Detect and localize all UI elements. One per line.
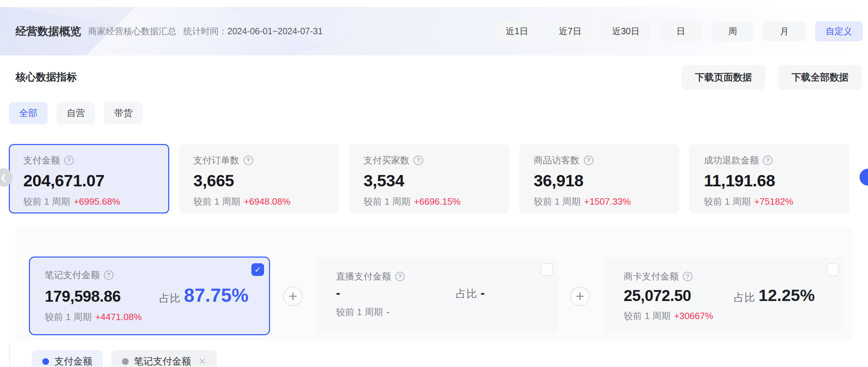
period-button-1d[interactable]: 近1日: [495, 21, 539, 41]
download-all-data-button[interactable]: 下载全部数据: [778, 65, 862, 90]
period-button-month[interactable]: 月: [763, 21, 806, 41]
chart-panel-edge: [9, 342, 10, 367]
period-button-day[interactable]: 日: [660, 21, 702, 41]
plus-icon: +: [289, 289, 298, 304]
legend-item-note-payment-amount[interactable]: 笔记支付金额 ✕: [111, 350, 217, 367]
legend-label: 笔记支付金额: [134, 355, 191, 367]
legend-label: 支付金额: [54, 355, 92, 367]
sub-card-label: 笔记支付金额: [45, 269, 100, 281]
page-title: 经营数据概览: [16, 24, 81, 39]
delta-label: 较前 1 周期: [624, 311, 671, 321]
download-page-data-button[interactable]: 下载页面数据: [681, 65, 765, 90]
sub-card-value-row: - 占比-: [336, 285, 548, 301]
help-icon[interactable]: ?: [414, 156, 423, 165]
metric-card-value: 204,671.07: [23, 171, 168, 190]
delta-label: 较前 1 周期: [45, 312, 92, 322]
metric-card-row: 支付金额 ? 204,671.07 较前 1 周期+6995.68% 支付订单数…: [9, 144, 850, 213]
metric-card-order-count[interactable]: 支付订单数 ? 3,665 较前 1 周期+6948.08%: [179, 144, 340, 213]
metric-card-payment-amount[interactable]: 支付金额 ? 204,671.07 较前 1 周期+6995.68%: [9, 144, 169, 213]
metric-card-label: 支付买家数: [363, 154, 409, 167]
plus-icon: +: [576, 289, 585, 304]
metric-card-refund-amount[interactable]: 成功退款金额 ? 11,191.68 较前 1 周期+75182%: [689, 144, 850, 213]
delta-label: 较前 1 周期: [336, 307, 383, 317]
chevron-left-icon: ❮: [0, 173, 7, 182]
metric-card-delta-row: 较前 1 周期+75182%: [704, 195, 849, 208]
header-title-group: 经营数据概览 商家经营核心数据汇总 统计时间：2024-06-01~2024-0…: [16, 24, 323, 39]
scope-tabs: 全部 自营 带货: [9, 102, 143, 124]
sub-card-label: 直播支付金额: [336, 270, 391, 283]
metric-card-label: 支付金额: [23, 154, 60, 167]
tab-all[interactable]: 全部: [9, 102, 48, 124]
metric-card-label-row: 成功退款金额 ?: [704, 154, 849, 167]
period-button-custom[interactable]: 自定义: [815, 21, 863, 41]
metric-card-value: 3,665: [194, 171, 338, 190]
delta-value: +6995.68%: [74, 196, 120, 207]
metric-card-product-visitors[interactable]: 商品访客数 ? 36,918 较前 1 周期+1507.33%: [519, 144, 680, 213]
delta-value: +1507.33%: [584, 196, 631, 207]
carousel-next-button[interactable]: [860, 169, 868, 186]
metric-card-buyer-count[interactable]: 支付买家数 ? 3,534 较前 1 周期+6696.15%: [349, 144, 509, 213]
help-icon[interactable]: ?: [683, 272, 692, 281]
share-group: 占比-: [456, 285, 485, 301]
sub-card-note-payment[interactable]: ✓ 笔记支付金额 ? 179,598.86 占比87.75% 较前 1 周期+4…: [29, 257, 270, 335]
sub-card-value-row: 179,598.86 占比87.75%: [45, 284, 259, 306]
delta-value: +6696.15%: [414, 196, 460, 207]
sub-card-live-payment[interactable]: 直播支付金额 ? - 占比- 较前 1 周期-: [316, 258, 558, 333]
sub-card-label-row: 笔记支付金额 ?: [45, 269, 259, 281]
checkbox-unchecked[interactable]: [826, 263, 839, 276]
metric-card-label: 成功退款金额: [704, 154, 759, 167]
tab-affiliate[interactable]: 带货: [104, 102, 143, 124]
metric-card-delta-row: 较前 1 周期+6948.08%: [194, 195, 338, 208]
sub-card-value-row: 25,072.50 占比12.25%: [624, 285, 834, 305]
share-label: 占比: [734, 290, 755, 305]
legend-item-payment-amount[interactable]: 支付金额: [32, 350, 103, 367]
metric-card-delta-row: 较前 1 周期+1507.33%: [534, 195, 679, 208]
metric-card-label-row: 支付金额 ?: [23, 154, 168, 167]
sub-card-product-card-payment[interactable]: 商卡支付金额 ? 25,072.50 占比12.25% 较前 1 周期+3066…: [603, 258, 844, 333]
delta-label: 较前 1 周期: [363, 196, 410, 207]
stat-time-value: 2024-06-01~2024-07-31: [227, 26, 323, 36]
merchant-data-overview-screen: 经营数据概览 商家经营核心数据汇总 统计时间：2024-06-01~2024-0…: [0, 0, 868, 367]
close-icon[interactable]: ✕: [198, 356, 206, 367]
section-title: 核心数据指标: [16, 70, 77, 84]
share-group: 占比87.75%: [159, 284, 249, 306]
download-button-group: 下载页面数据 下载全部数据: [669, 65, 862, 90]
help-icon[interactable]: ?: [244, 156, 253, 165]
chart-legend: 支付金额 笔记支付金额 ✕: [32, 350, 217, 367]
share-group: 占比12.25%: [734, 285, 815, 305]
metric-card-label-row: 支付订单数 ?: [194, 154, 338, 167]
add-metric-button[interactable]: +: [283, 287, 303, 306]
delta-label: 较前 1 周期: [704, 196, 751, 207]
help-icon[interactable]: ?: [64, 156, 74, 165]
metric-card-value: 36,918: [534, 171, 679, 190]
checkbox-checked[interactable]: ✓: [251, 263, 264, 276]
stat-time-label: 统计时间：: [183, 26, 227, 36]
metric-card-label: 商品访客数: [534, 154, 580, 167]
sub-card-delta-row: 较前 1 周期+4471.08%: [45, 311, 259, 323]
legend-dot-blue: [42, 358, 49, 365]
share-label: 占比: [456, 287, 477, 301]
share-value: -: [481, 285, 485, 300]
delta-value: +6948.08%: [244, 196, 291, 207]
metric-card-value: 11,191.68: [704, 171, 849, 190]
sub-card-label: 商卡支付金额: [624, 270, 679, 283]
sub-card-label-row: 直播支付金额 ?: [336, 270, 548, 283]
help-icon[interactable]: ?: [763, 156, 772, 165]
delta-value: +4471.08%: [95, 312, 142, 322]
help-icon[interactable]: ?: [584, 156, 593, 165]
delta-label: 较前 1 周期: [23, 196, 70, 207]
delta-value: +30667%: [674, 311, 713, 321]
legend-dot-gray: [122, 358, 129, 365]
help-icon[interactable]: ?: [395, 272, 405, 281]
header-band: 经营数据概览 商家经营核心数据汇总 统计时间：2024-06-01~2024-0…: [0, 7, 868, 55]
sub-card-label-row: 商卡支付金额 ?: [624, 270, 834, 283]
sub-card-value: -: [336, 285, 340, 300]
period-button-7d[interactable]: 近7日: [548, 21, 592, 41]
help-icon[interactable]: ?: [104, 270, 114, 280]
add-metric-button[interactable]: +: [570, 287, 590, 306]
tab-self-operated[interactable]: 自营: [56, 102, 95, 124]
period-button-30d[interactable]: 近30日: [601, 21, 650, 41]
check-icon: ✓: [254, 265, 261, 275]
checkbox-unchecked[interactable]: [540, 263, 553, 276]
period-button-week[interactable]: 周: [711, 21, 754, 41]
